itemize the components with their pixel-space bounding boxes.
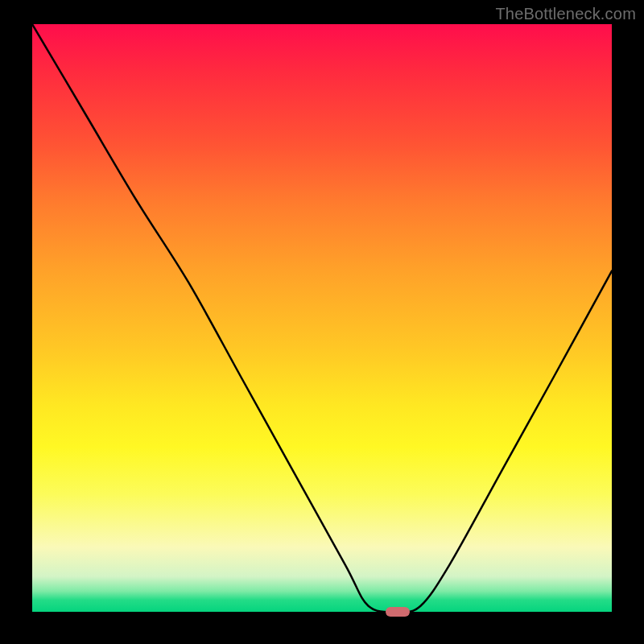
optimum-marker: [386, 607, 410, 617]
plot-area: [32, 24, 612, 612]
bottleneck-chart: TheBottleneck.com: [0, 0, 644, 644]
watermark-label: TheBottleneck.com: [495, 5, 636, 23]
bottleneck-curve: [32, 24, 612, 612]
curve-path: [32, 24, 612, 612]
